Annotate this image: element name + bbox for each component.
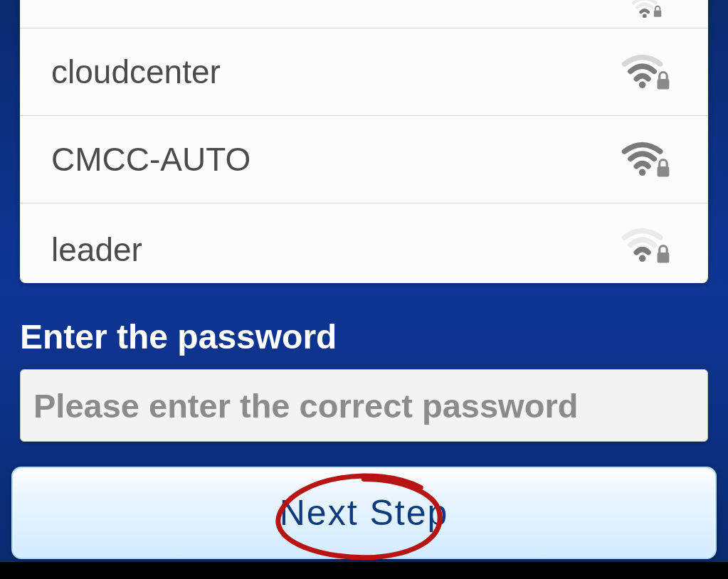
wifi-name-label: CMCC-AUTO bbox=[51, 140, 250, 179]
next-button-container: Next Step bbox=[11, 467, 717, 559]
wifi-signal-icon bbox=[620, 137, 677, 183]
wifi-signal-icon bbox=[620, 49, 677, 95]
wifi-list[interactable]: CMCC-AUTO cloudcenter bbox=[20, 0, 708, 283]
svg-point-6 bbox=[639, 255, 645, 262]
wifi-item[interactable]: cloudcenter bbox=[20, 28, 708, 116]
bottom-bar bbox=[0, 562, 728, 579]
password-section: Enter the password bbox=[20, 317, 708, 442]
svg-point-0 bbox=[643, 14, 647, 18]
wifi-name-label: leader bbox=[51, 230, 142, 269]
svg-rect-5 bbox=[658, 166, 670, 176]
password-label: Enter the password bbox=[20, 317, 708, 356]
wifi-item[interactable]: CMCC-AUTO bbox=[20, 116, 708, 203]
password-input[interactable] bbox=[20, 369, 708, 442]
svg-rect-3 bbox=[658, 78, 670, 89]
wifi-name-label: cloudcenter bbox=[51, 53, 221, 91]
next-step-label: Next Step bbox=[280, 492, 449, 533]
wifi-item[interactable]: CMCC-AUTO bbox=[20, 0, 708, 28]
svg-point-4 bbox=[639, 169, 645, 175]
svg-rect-7 bbox=[658, 253, 670, 263]
svg-rect-1 bbox=[654, 11, 661, 17]
wifi-signal-icon bbox=[620, 223, 677, 269]
wifi-signal-icon bbox=[620, 0, 677, 18]
wifi-item[interactable]: leader bbox=[20, 203, 708, 282]
svg-point-2 bbox=[639, 81, 645, 87]
next-step-button[interactable]: Next Step bbox=[11, 467, 717, 559]
